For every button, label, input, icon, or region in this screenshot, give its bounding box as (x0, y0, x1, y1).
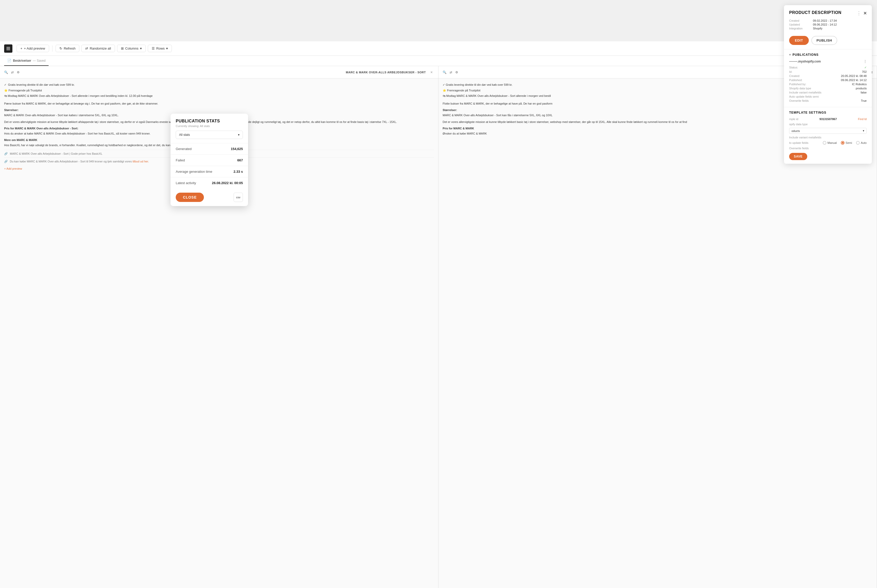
chevron-icon: ▾ (789, 53, 791, 57)
radio-auto[interactable]: Auto (856, 141, 866, 145)
refresh-button[interactable]: ↻ Refresh (56, 45, 80, 52)
columns-button[interactable]: ⊞ Columns ▾ (117, 45, 146, 52)
checkmark-icon: ✓ (4, 82, 6, 87)
tab-beskrivelser[interactable]: 📄 Beskrivelser — Saved (4, 56, 48, 66)
publication-stats-modal: PUBLICATION STATS Currently showing: All… (170, 114, 248, 206)
body-text-1: Pæne bukser fra MARC & MARK, der er beha… (4, 102, 434, 106)
pub-created2-row: Created: 20.05.2022 kl. 08:48 (789, 74, 866, 78)
settings-icon-right[interactable]: ⚙ (455, 70, 458, 74)
chevron-down-icon: ▾ (140, 46, 142, 50)
heading-sizes: Størrelser: (4, 108, 434, 112)
stats-csv-button[interactable]: csv (233, 193, 243, 202)
pub-shopify-type-row: Shopify data type products (789, 87, 866, 90)
stats-avg-time-row: Average generation time 2.33 s (170, 166, 248, 177)
toolbar-divider (52, 45, 53, 52)
stats-close-button[interactable]: CLOSE (176, 193, 204, 202)
randomize-icon: ⇄ (85, 46, 88, 50)
shopify-type-dropdown[interactable]: oducts ▾ (789, 128, 866, 134)
ts-shopify-type-row: opify data type (789, 123, 866, 126)
product-description-panel: PRODUCT DESCRIPTION ⋮ ✕ Created 09.02.20… (784, 5, 872, 164)
pd-created-row: Created 09.02.2022 - 17:34 (789, 19, 866, 22)
status-badge: ✓ (864, 66, 866, 69)
bullet-item-1: ✓ Gratis levering direkte til din dør ve… (4, 82, 434, 87)
ts-include-variant-row: Include variant metafields (789, 136, 866, 139)
pd-updated-row: Updated 09.06.2022 - 14:12 (789, 23, 866, 26)
refresh-icon: ↻ (59, 46, 62, 50)
rows-button[interactable]: ☰ Rows ▾ (148, 45, 172, 52)
save-button[interactable]: SAVE (789, 153, 807, 160)
columns-icon: ⊞ (121, 46, 124, 50)
left-panel-header: 🔍 ⇄ ⚙ MARC & MARK OVER-ALLS ARBEJDSBUKSE… (0, 66, 438, 78)
pub-id-row: Id: 702 (789, 70, 866, 74)
pub-more-icon[interactable]: ⋮ (863, 60, 866, 63)
close-pd-icon[interactable]: ✕ (863, 11, 866, 16)
radio-manual[interactable]: Manual (823, 141, 837, 145)
pub-domain-row: --------.myshopify.com ⋮ (789, 60, 866, 63)
offer-link[interactable]: tilbud ud her. (132, 160, 149, 163)
stats-filter-dropdown[interactable]: All stats ▾ (176, 130, 243, 139)
randomize-button[interactable]: ⇄ Randomize all (81, 45, 115, 52)
close-left-panel-button[interactable]: ✕ (429, 70, 434, 75)
template-settings-section: TEMPLATE SETTINGS mple id 93131507867 Fi… (784, 107, 872, 164)
meta-icon-2: 🔗 (4, 159, 8, 164)
chevron-down-icon-rows: ▾ (166, 46, 168, 50)
plus-icon: + (20, 46, 23, 50)
bullet-list: ✓ Gratis levering direkte til din dør ve… (4, 82, 434, 98)
ts-sample-id-row: mple id 93131507867 Find Id (789, 117, 866, 121)
add-preview-button-bottom[interactable]: + Add preview (4, 165, 22, 172)
template-settings-title[interactable]: TEMPLATE SETTINGS (789, 111, 866, 114)
pub-status-row: Status: ✓ (789, 66, 866, 69)
tab-bar: 📄 Beskrivelser — Saved (0, 56, 877, 66)
stats-failed-row: Failed 667 (170, 154, 248, 166)
pub-auto-update-row: Auto update fields semi (789, 95, 866, 98)
find-id-button[interactable]: Find Id (858, 117, 866, 121)
publications-section: ▾ PUBLICATIONS --------.myshopify.com ⋮ … (784, 49, 872, 107)
ts-auto-update-row: to update fields Manual Semi Auto (789, 141, 866, 145)
app-logo (4, 44, 12, 52)
bullet-item-2: ⭐ Fremragende på Trustpilot (4, 88, 434, 93)
radio-semi-circle (841, 141, 844, 145)
radio-semi[interactable]: Semi (841, 141, 852, 145)
ts-overwrite-row: Overwrite fields (789, 147, 866, 150)
pd-meta: Created 09.02.2022 - 17:34 Updated 09.06… (784, 19, 872, 34)
dropdown-chevron: ▾ (863, 129, 864, 132)
settings-icon[interactable]: ⚙ (17, 70, 20, 74)
pub-published-by-row: Published by: IC Robotics (789, 82, 866, 86)
meta-icon-1: 🔗 (4, 152, 8, 156)
publications-section-title[interactable]: ▾ PUBLICATIONS (789, 53, 866, 57)
stats-footer: CLOSE csv (170, 189, 248, 206)
shuffle-icon-right[interactable]: ⇄ (450, 70, 452, 74)
stats-title: PUBLICATION STATS (176, 119, 243, 123)
pd-actions: EDIT PUBLISH (784, 34, 872, 49)
dropdown-chevron-stats: ▾ (238, 133, 239, 136)
stats-header: PUBLICATION STATS Currently showing: All… (170, 114, 248, 130)
auto-update-radio-group: Manual Semi Auto (823, 141, 866, 145)
bullet-item-3: 🛍 Modtag MARC & MARK Over-alls Arbejdsbu… (4, 94, 434, 98)
publish-button[interactable]: PUBLISH (811, 36, 838, 45)
main-toolbar: + + Add preview ↻ Refresh ⇄ Randomize al… (0, 41, 877, 56)
tab-icon: 📄 (7, 58, 11, 63)
pd-integration-row: Integration Shopify (789, 27, 866, 30)
stats-latest-row: Latest activity 26.08.2022 kl. 00:05 (170, 177, 248, 189)
pub-overwrite-row: Overwrite fields True (789, 99, 866, 102)
edit-button[interactable]: EDIT (789, 36, 809, 45)
radio-manual-circle (823, 141, 826, 145)
pub-include-variant-row: Include variant metafields false (789, 91, 866, 94)
shuffle-icon[interactable]: ⇄ (11, 70, 14, 74)
radio-auto-circle (856, 141, 860, 145)
add-preview-button[interactable]: + + Add preview (17, 45, 49, 52)
search-icon-right[interactable]: 🔍 (443, 70, 447, 74)
search-icon[interactable]: 🔍 (4, 70, 8, 74)
stats-generated-row: Generated 154,625 (170, 143, 248, 154)
rows-icon: ☰ (152, 46, 155, 50)
content-area: 🔍 ⇄ ⚙ MARC & MARK OVER-ALLS ARBEJDSBUKSE… (0, 66, 877, 588)
pd-header: PRODUCT DESCRIPTION ⋮ ✕ (784, 5, 872, 19)
pd-header-actions: ⋮ ✕ (857, 10, 866, 16)
pub-published-row: Published: 09.06.2022 kl. 14:12 (789, 78, 866, 82)
more-options-icon[interactable]: ⋮ (857, 10, 861, 16)
pd-title: PRODUCT DESCRIPTION (789, 10, 841, 15)
stats-subtitle: Currently showing: All stats (176, 124, 243, 128)
